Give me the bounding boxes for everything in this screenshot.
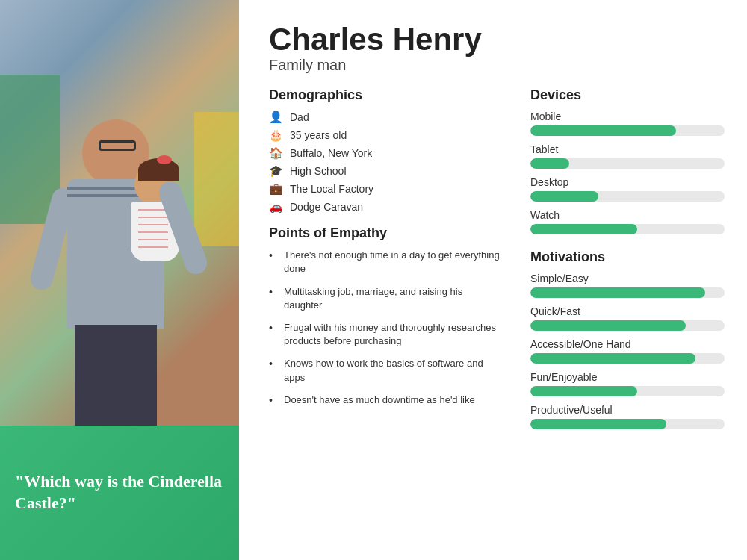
empathy-item: •Doesn't have as much downtime as he'd l… — [269, 393, 500, 408]
empathy-item: •Multitasking job, marriage, and raising… — [269, 285, 500, 312]
bar-fill — [530, 125, 676, 136]
device-item: Tablet — [530, 143, 725, 169]
persona-name: Charles Henry — [269, 22, 725, 57]
adult-torso — [67, 179, 164, 329]
motivations-title: Motivations — [530, 249, 725, 265]
left-panel: "Which way is the Cinderella Castle?" — [0, 0, 239, 560]
device-item: Watch — [530, 209, 725, 234]
motivations-list: Simple/Easy Quick/Fast Accessible/One Ha… — [530, 273, 725, 429]
bar-fill — [530, 353, 695, 364]
devices-section: Devices Mobile Tablet Desktop Watch — [530, 87, 725, 234]
bar-fill — [530, 158, 569, 169]
bar-track — [530, 386, 725, 396]
empathy-item: •Frugal with his money and thoroughly re… — [269, 321, 500, 348]
bullet: • — [269, 357, 278, 384]
empathy-list: •There's not enough time in a day to get… — [269, 249, 500, 408]
adult-legs — [75, 325, 157, 433]
demographics-title: Demographics — [269, 87, 500, 103]
demo-icon: 🎓 — [269, 164, 282, 178]
bar-fill — [530, 386, 637, 396]
bar-fill — [530, 287, 705, 298]
persona-role: Family man — [269, 57, 725, 74]
bullet: • — [269, 393, 278, 408]
bullet: • — [269, 249, 278, 276]
bar-track — [530, 158, 725, 169]
demo-icon: 👤 — [269, 111, 282, 124]
right-panel: Charles Henry Family man Demographics 👤D… — [239, 0, 747, 560]
demo-item: 🎓High School — [269, 164, 500, 178]
device-label: Tablet — [530, 143, 725, 155]
demo-item: 💼The Local Factory — [269, 182, 500, 196]
motivation-item: Simple/Easy — [530, 273, 725, 298]
demo-item: 👤Dad — [269, 111, 500, 124]
devices-list: Mobile Tablet Desktop Watch — [530, 111, 725, 234]
demo-text: High School — [290, 165, 347, 177]
bar-track — [530, 419, 725, 429]
bullet: • — [269, 285, 278, 312]
device-label: Desktop — [530, 176, 725, 188]
bar-track — [530, 320, 725, 331]
bullet: • — [269, 321, 278, 348]
dress-pattern — [138, 209, 168, 254]
motivation-label: Fun/Enjoyable — [530, 371, 725, 383]
motivation-item: Quick/Fast — [530, 305, 725, 331]
demographics-list: 👤Dad🎂35 years old🏠Buffalo, New York🎓High… — [269, 111, 500, 214]
device-label: Watch — [530, 209, 725, 221]
right-content: Devices Mobile Tablet Desktop Watch Moti… — [530, 87, 725, 545]
quote-text: "Which way is the Cinderella Castle?" — [15, 471, 224, 514]
device-item: Mobile — [530, 111, 725, 136]
empathy-text: Knows how to work the basics of software… — [284, 357, 500, 384]
device-item: Desktop — [530, 176, 725, 202]
bar-track — [530, 287, 725, 298]
motivation-item: Accessible/One Hand — [530, 338, 725, 364]
device-label: Mobile — [530, 111, 725, 122]
demo-item: 🚗Dodge Caravan — [269, 200, 500, 214]
empathy-item: •Knows how to work the basics of softwar… — [269, 357, 500, 384]
bar-fill — [530, 419, 666, 429]
bar-fill — [530, 224, 637, 234]
demo-icon: 💼 — [269, 182, 282, 196]
demo-text: Dad — [290, 111, 309, 123]
empathy-text: There's not enough time in a day to get … — [284, 249, 500, 276]
empathy-item: •There's not enough time in a day to get… — [269, 249, 500, 276]
empathy-text: Multitasking job, marriage, and raising … — [284, 285, 500, 312]
motivations-section: Motivations Simple/Easy Quick/Fast Acces… — [530, 249, 725, 429]
empathy-title: Points of Empathy — [269, 225, 500, 241]
motivation-label: Simple/Easy — [530, 273, 725, 284]
bar-track — [530, 191, 725, 202]
demo-icon: 🎂 — [269, 128, 282, 142]
demo-text: The Local Factory — [290, 183, 374, 195]
adult-figure — [60, 119, 179, 433]
demo-item: 🎂35 years old — [269, 128, 500, 142]
bar-track — [530, 125, 725, 136]
demo-item: 🏠Buffalo, New York — [269, 146, 500, 160]
demo-text: Dodge Caravan — [290, 201, 363, 213]
motivation-label: Accessible/One Hand — [530, 338, 725, 350]
demo-icon: 🚗 — [269, 200, 282, 214]
left-content: Demographics 👤Dad🎂35 years old🏠Buffalo, … — [269, 87, 500, 545]
demo-icon: 🏠 — [269, 146, 282, 160]
motivation-label: Productive/Useful — [530, 404, 725, 416]
bar-fill — [530, 191, 598, 202]
bar-fill — [530, 320, 686, 331]
glasses — [99, 140, 136, 151]
quote-box: "Which way is the Cinderella Castle?" — [0, 426, 239, 560]
person-illustration — [15, 15, 224, 433]
child-bow — [157, 155, 172, 164]
photo-background — [0, 0, 239, 433]
empathy-text: Doesn't have as much downtime as he'd li… — [284, 393, 475, 408]
devices-title: Devices — [530, 87, 725, 103]
bar-track — [530, 224, 725, 234]
empathy-section: Points of Empathy •There's not enough ti… — [269, 225, 500, 408]
demo-text: 35 years old — [290, 129, 347, 141]
demo-text: Buffalo, New York — [290, 147, 372, 159]
motivation-label: Quick/Fast — [530, 305, 725, 317]
empathy-text: Frugal with his money and thoroughly res… — [284, 321, 500, 348]
motivation-item: Productive/Useful — [530, 404, 725, 429]
content-grid: Demographics 👤Dad🎂35 years old🏠Buffalo, … — [269, 87, 725, 545]
motivation-item: Fun/Enjoyable — [530, 371, 725, 396]
bar-track — [530, 353, 725, 364]
